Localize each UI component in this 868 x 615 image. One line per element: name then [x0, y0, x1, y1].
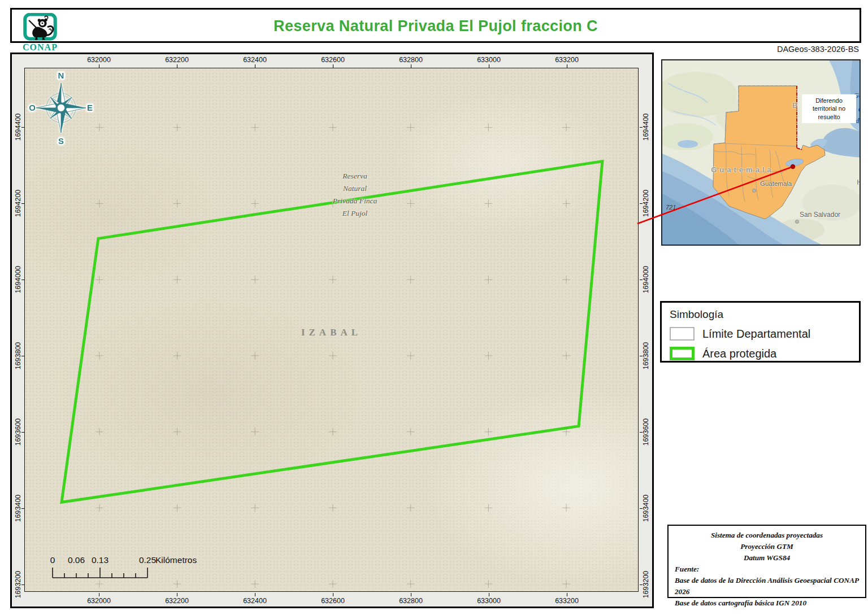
- belize-label-fragment: B: [792, 101, 798, 110]
- axis-tick-label: 633000: [466, 56, 511, 64]
- axis-tick-mark: [640, 585, 643, 585]
- san-salvador-dot: [795, 220, 799, 224]
- axis-tick-label: 632800: [388, 56, 433, 64]
- map-document: CONAP Reserva Natural Privada El Pujol f…: [0, 0, 868, 615]
- legend-item-protected-area: Área protegida: [670, 347, 851, 360]
- axis-right: 1694400169420016940001693800169360016934…: [640, 68, 652, 593]
- datum-line: Datum WGS84: [675, 552, 859, 564]
- axis-tick-mark: [489, 593, 489, 596]
- scale-0: 0: [50, 555, 55, 565]
- axis-tick-label: 1693400: [642, 488, 650, 528]
- axis-tick-mark: [640, 127, 643, 128]
- axis-tick-label: 633200: [544, 56, 589, 64]
- axis-tick-label: 1694200: [14, 184, 22, 223]
- inset-map: Guatemala Guatemala San Salvador 721 B H…: [661, 59, 861, 246]
- compass-n-label: N: [58, 71, 64, 80]
- document-id: DAGeos-383-2026-BS: [777, 45, 859, 54]
- axis-tick-mark: [640, 356, 643, 356]
- axis-left: 1694400169420016940001693800169360016934…: [12, 68, 24, 593]
- reserve-name-line2: Natural: [298, 182, 411, 195]
- axis-bottom: 6320006322006324006326006328006330006332…: [24, 593, 640, 607]
- axis-tick-label: 1693800: [14, 336, 22, 376]
- axis-tick-label: 1693600: [642, 412, 650, 452]
- gulf-label-fragment-2: d: [858, 105, 861, 114]
- axis-tick-label: 632800: [388, 597, 433, 605]
- main-map-frame: 6320006322006324006326006328006330006332…: [10, 53, 654, 608]
- axis-tick-label: 632600: [310, 597, 355, 605]
- crs-line: Sistema de coordenadas proyectadas: [675, 530, 859, 541]
- axis-tick-label: 1693800: [642, 336, 650, 376]
- axis-tick-mark: [567, 593, 567, 596]
- source-line-1: Base de datos de la Dirección Análisis G…: [675, 575, 859, 597]
- guatemala-city-label: Guatemala: [760, 180, 792, 187]
- header: CONAP Reserva Natural Privada El Pujol f…: [10, 8, 861, 43]
- axis-tick-mark: [640, 203, 643, 204]
- axis-tick-label: 1694400: [642, 107, 650, 147]
- scale-013: 0.13: [92, 555, 108, 565]
- legend-title: Simbología: [670, 308, 851, 321]
- department-label: IZABAL: [274, 327, 389, 338]
- axis-tick-mark: [99, 593, 99, 596]
- scale-bar: 0 0.06 0.13 0.25 Kilómetros: [42, 552, 234, 586]
- projection-line: Proyección GTM: [675, 541, 859, 552]
- axis-tick-label: 632000: [76, 597, 121, 605]
- axis-tick-label: 632200: [154, 597, 199, 605]
- page-title: Reserva Natural Privada El Pujol fraccio…: [12, 18, 860, 35]
- axis-top: 6320006322006324006326006328006330006332…: [24, 54, 640, 68]
- axis-tick-label: 1694200: [642, 184, 650, 223]
- axis-tick-label: 1694400: [14, 107, 22, 147]
- conap-logo-text: CONAP: [19, 42, 62, 53]
- compass-s-label: S: [58, 136, 64, 145]
- axis-tick-label: 633200: [544, 597, 589, 605]
- source-label: Fuente:: [675, 564, 859, 575]
- axis-tick-label: 632200: [154, 56, 199, 64]
- legend-item-label: Límite Departamental: [702, 328, 810, 341]
- reserve-name-label: Reserva Natural Privada Finca El Pujol: [298, 170, 411, 220]
- axis-tick-label: 632000: [76, 56, 121, 64]
- departmental-limit-swatch: [670, 327, 695, 341]
- axis-tick-label: 1693200: [642, 565, 650, 604]
- axis-tick-mark: [640, 508, 643, 509]
- legend: Simbología Límite Departamental Área pro…: [660, 301, 861, 363]
- reserve-name-line3: Privada Finca: [298, 195, 411, 207]
- axis-tick-label: 1694000: [642, 260, 650, 299]
- scale-unit: Kilómetros: [155, 555, 197, 565]
- compass-e-label: E: [87, 103, 93, 112]
- compass-o-label: O: [29, 103, 36, 112]
- axis-tick-label: 632600: [310, 56, 355, 64]
- axis-tick-label: 633000: [466, 597, 511, 605]
- map-canvas: N E S O Reserva Natural Privada Finca El…: [24, 68, 639, 592]
- axis-tick-mark: [411, 593, 411, 596]
- axis-tick-label: 632400: [232, 597, 277, 605]
- territorial-dispute-annotation: Diferendo territorial no resuelto: [802, 94, 856, 123]
- reserve-name-line1: Reserva: [298, 170, 411, 182]
- guatemala-country-label: Guatemala: [697, 165, 788, 174]
- axis-tick-label: 1694000: [14, 260, 22, 299]
- legend-item-label: Área protegida: [702, 347, 776, 360]
- axis-tick-label: 632400: [232, 56, 277, 64]
- axis-tick-mark: [255, 593, 255, 596]
- guatemala-city-dot: [752, 189, 756, 193]
- compass-rose: N E S O: [27, 69, 95, 145]
- source-line-2: Base de datos cartografía básica IGN 201…: [675, 597, 859, 609]
- axis-tick-label: 1693200: [14, 565, 22, 604]
- credits-box: Sistema de coordenadas proyectadas Proye…: [667, 525, 866, 598]
- axis-tick-label: 1693400: [14, 488, 22, 528]
- axis-tick-mark: [640, 280, 643, 280]
- reserve-name-line4: El Pujol: [298, 207, 411, 220]
- scale-025: 0.25: [139, 555, 156, 565]
- protected-area-swatch: [670, 347, 695, 360]
- axis-tick-mark: [640, 432, 643, 433]
- scale-006: 0.06: [68, 555, 85, 565]
- legend-item-departmental: Límite Departamental: [670, 327, 851, 341]
- honduras-label-fragment: Ho: [857, 178, 861, 186]
- axis-tick-label: 1693600: [14, 412, 22, 452]
- axis-tick-mark: [333, 593, 333, 596]
- axis-tick-mark: [177, 593, 177, 596]
- san-salvador-label: San Salvador: [800, 211, 840, 219]
- road-721-label: 721: [666, 204, 676, 211]
